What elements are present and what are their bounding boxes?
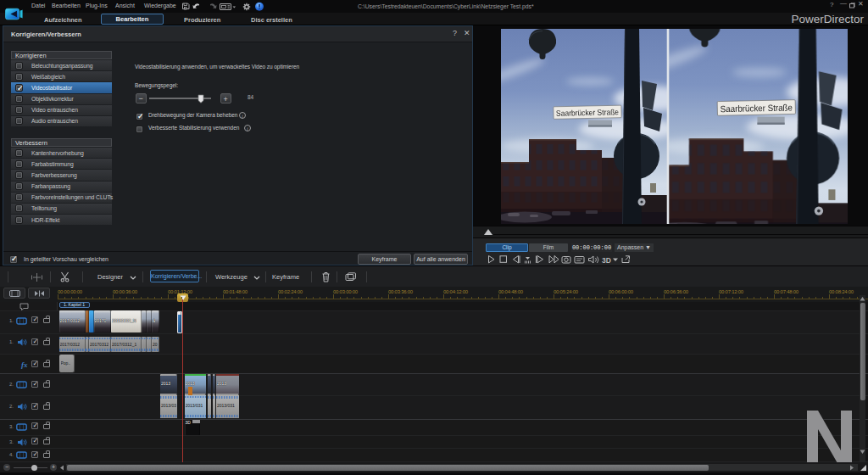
svg-text:3D: 3D <box>602 256 611 265</box>
